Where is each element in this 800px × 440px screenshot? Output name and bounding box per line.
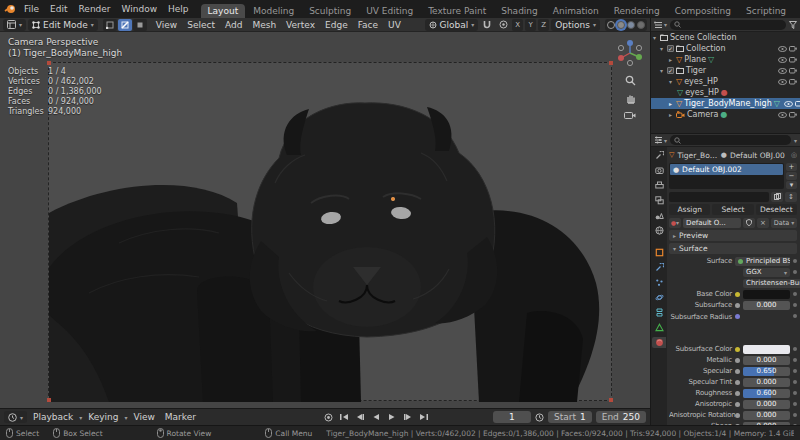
hide-eye-icon[interactable]: [778, 57, 787, 63]
add-slot-button[interactable]: +: [786, 163, 797, 171]
tab-physics[interactable]: [652, 292, 666, 303]
select-button[interactable]: Select: [712, 204, 753, 215]
menu-mesh[interactable]: Mesh: [248, 20, 280, 30]
solid-shading-icon[interactable]: [617, 21, 625, 29]
play-reverse-icon[interactable]: [370, 411, 383, 423]
workspace-tab-sculpting[interactable]: Sculpting: [302, 4, 358, 18]
orientation-dropdown[interactable]: Global ▾: [425, 19, 479, 31]
outliner-row-plane[interactable]: ▸ ▽ Plane ▽: [651, 54, 800, 65]
animate-dot-icon[interactable]: [793, 292, 797, 296]
previous-keyframe-icon[interactable]: [354, 411, 367, 423]
tiger-model[interactable]: [49, 63, 613, 402]
animate-dot-icon[interactable]: [793, 380, 797, 384]
next-keyframe-icon[interactable]: [402, 411, 415, 423]
end-frame-field[interactable]: End 250: [596, 411, 646, 423]
roughness-slider[interactable]: 0.600: [743, 389, 790, 398]
menu-marker[interactable]: Marker: [161, 412, 200, 422]
fake-user-shield-icon[interactable]: [743, 218, 755, 228]
workspace-tab-compositing[interactable]: Compositing: [668, 4, 738, 18]
tab-constraints[interactable]: [652, 307, 666, 318]
outliner-row-tiger[interactable]: ▾ ✓ Tiger: [651, 65, 800, 76]
outliner-row-collection[interactable]: ▾ ✓ Collection: [651, 43, 800, 54]
animate-dot-icon[interactable]: [793, 358, 797, 362]
material-slot-active[interactable]: ● Default OBJ.002: [670, 164, 783, 175]
properties-options-icon[interactable]: ▾: [794, 137, 797, 144]
breadcrumb-material[interactable]: Default OBJ.00: [730, 151, 785, 160]
render-camera-icon[interactable]: [789, 111, 797, 118]
metallic-slider[interactable]: 0.000: [743, 356, 790, 365]
menu-help[interactable]: Help: [163, 4, 194, 14]
deselect-button[interactable]: Deselect: [756, 204, 797, 215]
render-camera-icon[interactable]: [789, 56, 797, 63]
specular-slider[interactable]: 0.650: [743, 367, 790, 376]
animate-dot-icon[interactable]: [793, 303, 797, 307]
outliner-row-eyes-hp[interactable]: ▾ ▽ eyes_HP: [651, 76, 800, 87]
menu-keying[interactable]: Keying: [84, 412, 122, 422]
data-mode-dropdown[interactable]: Data▾: [771, 218, 797, 228]
material-datablock-name[interactable]: Default O...: [683, 218, 741, 228]
properties-search-input[interactable]: [670, 135, 791, 145]
symmetry-x-toggle[interactable]: X: [512, 19, 523, 31]
edge-select-icon[interactable]: [118, 19, 132, 31]
tab-modifiers[interactable]: [652, 262, 666, 273]
menu-view[interactable]: View: [152, 20, 181, 30]
hide-eye-icon[interactable]: [778, 112, 787, 118]
viewport-3d[interactable]: Camera Perspective (1) Tiger_BodyMane_hi…: [0, 32, 650, 408]
menu-select[interactable]: Select: [183, 20, 219, 30]
blender-logo-icon[interactable]: [4, 4, 16, 14]
add-workspace-button[interactable]: +: [794, 4, 800, 18]
menu-uv[interactable]: UV: [384, 20, 405, 30]
face-select-icon[interactable]: [133, 19, 147, 31]
anisotropic-slider[interactable]: 0.000: [743, 400, 790, 409]
tab-world[interactable]: [652, 225, 666, 236]
animate-dot-icon[interactable]: [793, 314, 797, 318]
menu-edge[interactable]: Edge: [321, 20, 352, 30]
animate-dot-icon[interactable]: [793, 402, 797, 406]
animate-dot-icon[interactable]: [793, 391, 797, 395]
unlink-material-icon[interactable]: ×: [757, 218, 769, 228]
menu-face[interactable]: Face: [354, 20, 382, 30]
menu-render[interactable]: Render: [74, 4, 116, 14]
mode-dropdown[interactable]: Edit Mode ▾: [28, 19, 98, 31]
tab-render[interactable]: [652, 165, 666, 176]
workspace-tab-rendering[interactable]: Rendering: [607, 4, 667, 18]
symmetry-y-toggle[interactable]: Y: [525, 19, 536, 31]
workspace-tab-animation[interactable]: Animation: [546, 4, 606, 18]
workspace-tab-scripting[interactable]: Scripting: [739, 4, 793, 18]
menu-file[interactable]: File: [19, 4, 44, 14]
snap-magnet-icon[interactable]: [480, 19, 494, 31]
workspace-tab-modeling[interactable]: Modeling: [246, 4, 301, 18]
editor-type-button[interactable]: ▾: [3, 19, 26, 31]
material-shading-icon[interactable]: [627, 21, 635, 29]
tab-view-layer[interactable]: [652, 195, 666, 206]
filter-funnel-icon[interactable]: [789, 21, 797, 29]
render-camera-icon[interactable]: [789, 67, 797, 74]
wireframe-shading-icon[interactable]: [607, 21, 615, 29]
hide-eye-icon[interactable]: [784, 101, 793, 107]
timeline-editor-type-button[interactable]: ▾: [4, 411, 27, 423]
copy-material-icon[interactable]: [771, 192, 783, 202]
options-dropdown[interactable]: Options ▾: [551, 19, 600, 31]
animate-dot-icon[interactable]: [793, 347, 797, 351]
properties-editor-type-button[interactable]: ▾: [654, 136, 667, 144]
collection-checkbox[interactable]: ✓: [667, 45, 674, 52]
pan-hand-icon[interactable]: [625, 93, 636, 104]
sheen-slider[interactable]: 0.000: [743, 422, 790, 426]
proportional-editing-icon[interactable]: [496, 19, 510, 31]
subsurface-color-swatch[interactable]: [743, 345, 790, 354]
browse-material-icon[interactable]: ●▾: [669, 218, 681, 228]
symmetry-z-toggle[interactable]: Z: [538, 19, 549, 31]
workspace-tab-shading[interactable]: Shading: [494, 4, 545, 18]
navigation-gizmo[interactable]: [615, 38, 645, 68]
jump-to-start-icon[interactable]: [338, 411, 351, 423]
surface-section-header[interactable]: ▾ Surface: [669, 243, 797, 254]
jump-to-end-icon[interactable]: [418, 411, 431, 423]
pin-icon[interactable]: ◎: [791, 151, 797, 159]
outliner-editor-type-button[interactable]: ▾: [654, 21, 667, 29]
vertex-select-icon[interactable]: [103, 19, 117, 31]
menu-vertex[interactable]: Vertex: [282, 20, 319, 30]
workspace-tab-texture-paint[interactable]: Texture Paint: [421, 4, 493, 18]
specular-tint-slider[interactable]: 0.000: [743, 378, 790, 387]
workspace-tab-layout[interactable]: Layout: [201, 4, 246, 18]
assign-button[interactable]: Assign: [669, 204, 710, 215]
